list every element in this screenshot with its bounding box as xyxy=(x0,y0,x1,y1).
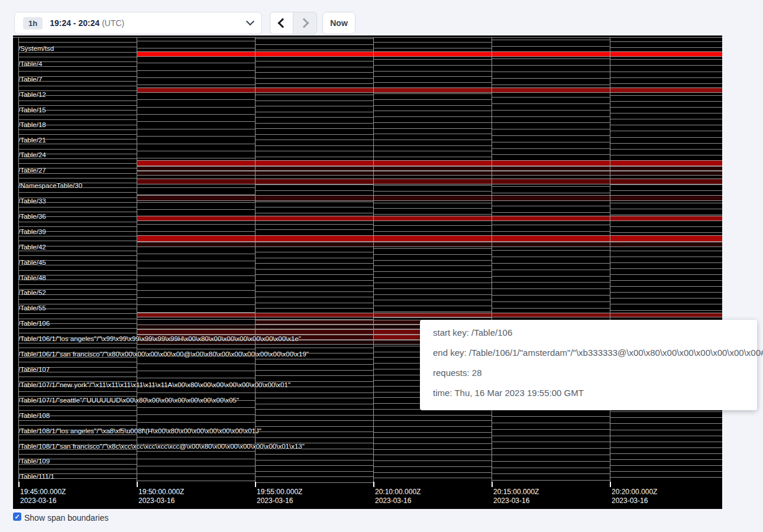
axis-time: 20:15:00.000Z xyxy=(493,488,539,497)
span-boundary-line xyxy=(18,406,137,406)
span-boundary-line xyxy=(492,288,610,289)
span-boundary-line xyxy=(492,65,610,66)
span-boundary-line xyxy=(373,254,492,255)
span-boundary-line xyxy=(492,129,610,129)
time-range-selector[interactable]: 1h 19:24 - 20:24 (UTC) xyxy=(14,12,262,34)
span-boundary-line xyxy=(255,471,373,472)
span-boundary-line xyxy=(373,317,492,318)
span-boundary-line xyxy=(255,409,373,410)
span-boundary-line xyxy=(255,207,373,207)
span-boundary-line xyxy=(255,61,373,61)
span-boundary-line xyxy=(373,145,492,146)
bucket-boundary-line xyxy=(610,37,610,484)
span-boundary-line xyxy=(18,241,137,241)
span-boundary-line xyxy=(610,417,722,418)
row-label: /Table/39 xyxy=(18,228,46,236)
now-button[interactable]: Now xyxy=(322,12,355,34)
span-boundary-line xyxy=(18,362,137,362)
span-boundary-line xyxy=(255,454,373,455)
bucket-boundary-line xyxy=(137,37,137,484)
span-boundary-line xyxy=(610,113,722,113)
span-boundary-line xyxy=(492,186,610,187)
span-boundary-line xyxy=(137,121,255,122)
row-label: /System/tsd xyxy=(18,45,54,53)
span-boundary-line xyxy=(18,134,137,135)
span-boundary-line xyxy=(255,229,373,230)
span-boundary-line xyxy=(373,231,492,232)
span-boundary-line xyxy=(492,225,610,225)
row-label: /Table/106/1/"san francisco"/"\x80\x00\x… xyxy=(18,351,309,358)
span-boundary-line xyxy=(373,265,492,266)
row-label: /Table/36 xyxy=(18,213,46,220)
next-range-button-disabled[interactable] xyxy=(293,12,317,34)
key-visualizer-canvas[interactable]: /System/tsd/Table/4/Table/7/Table/12/Tab… xyxy=(13,35,722,509)
span-boundary-line xyxy=(610,143,722,144)
span-boundary-line xyxy=(255,460,373,460)
row-label: /Table/24 xyxy=(18,151,46,159)
axis-time: 20:10:00.000Z xyxy=(375,488,421,497)
time-range-text: 19:24 - 20:24 (UTC) xyxy=(50,18,124,28)
span-boundary-line xyxy=(18,42,137,43)
span-boundary-line xyxy=(255,348,373,348)
show-span-boundaries-checkbox[interactable]: ✓ xyxy=(13,512,21,521)
span-boundary-line xyxy=(610,47,722,48)
span-boundary-line xyxy=(610,274,722,275)
span-boundary-line xyxy=(610,453,722,454)
span-boundary-line xyxy=(610,292,722,293)
axis-time: 19:50:00.000Z xyxy=(138,488,184,497)
span-boundary-line xyxy=(137,231,255,232)
span-boundary-line xyxy=(610,95,722,96)
span-boundary-line xyxy=(373,105,492,106)
span-boundary-line xyxy=(373,225,492,226)
bucket-boundary-line xyxy=(255,37,256,484)
span-boundary-line xyxy=(610,477,722,478)
row-label: /Table/107/1/"seattle"/"UUUUUUD\x00\x80\… xyxy=(18,397,239,404)
span-boundary-line xyxy=(492,193,610,193)
span-boundary-line xyxy=(255,100,373,101)
span-boundary-line xyxy=(610,184,722,185)
span-boundary-line xyxy=(610,41,722,42)
span-boundary-line xyxy=(492,148,610,149)
span-boundary-line xyxy=(610,304,722,304)
span-boundary-line xyxy=(255,258,373,258)
tooltip-end-key: end key: /Table/106/1/"amsterdam"/"\xb33… xyxy=(433,348,744,358)
span-boundary-line xyxy=(492,257,610,257)
span-boundary-line xyxy=(18,192,137,193)
row-label: /Table/7 xyxy=(18,76,42,83)
span-boundary-line xyxy=(492,448,610,449)
span-boundary-line xyxy=(255,280,373,281)
span-boundary-line xyxy=(137,151,255,151)
span-boundary-line xyxy=(137,85,255,85)
span-boundary-line xyxy=(137,275,255,276)
span-boundary-line xyxy=(137,268,255,268)
row-label: /Table/109 xyxy=(18,458,50,465)
span-boundary-line xyxy=(18,440,137,440)
span-boundary-line xyxy=(610,149,722,150)
span-boundary-line xyxy=(373,99,492,100)
span-boundary-line xyxy=(18,343,137,343)
span-boundary-line xyxy=(137,319,255,320)
span-boundary-line xyxy=(492,270,610,270)
axis-tick-label: 20:10:00.000Z2023-03-16 xyxy=(375,488,421,505)
span-boundary-line xyxy=(492,295,610,296)
span-boundary-line xyxy=(610,268,722,269)
span-boundary-line xyxy=(610,471,722,472)
span-boundary-line xyxy=(137,459,255,459)
axis-date: 2023-03-16 xyxy=(257,497,302,505)
span-boundary-line xyxy=(610,465,722,466)
span-boundary-line xyxy=(255,375,373,376)
span-boundary-line xyxy=(492,308,610,309)
span-boundary-line xyxy=(610,232,722,233)
span-boundary-line xyxy=(137,283,255,283)
row-label: /Table/21 xyxy=(18,137,46,144)
axis-tick xyxy=(255,482,256,487)
row-label: /Table/15 xyxy=(18,106,46,114)
span-boundary-line xyxy=(255,398,373,398)
span-boundary-line xyxy=(18,86,137,86)
span-boundary-line xyxy=(373,455,492,455)
prev-range-button[interactable] xyxy=(270,12,293,34)
row-label: /Table/108/1/"los angeles"/"\xa8\xf5\u00… xyxy=(18,427,261,435)
bucket-boundary-line xyxy=(492,37,492,484)
span-boundary-line xyxy=(255,297,373,297)
span-boundary-line xyxy=(255,106,373,106)
